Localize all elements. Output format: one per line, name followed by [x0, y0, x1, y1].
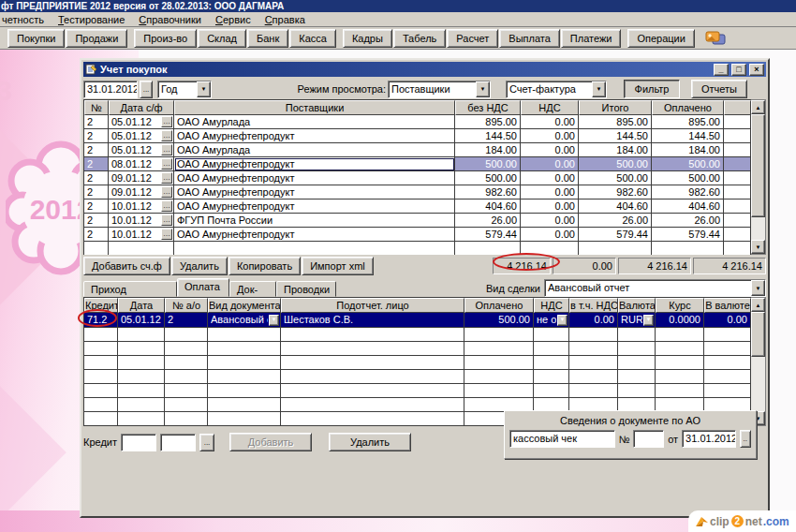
col-date[interactable]: Дата с/ф	[109, 100, 174, 115]
menu-otchetnost[interactable]: четность	[2, 14, 44, 25]
add-invoice-button[interactable]: Добавить сч.ф	[83, 257, 170, 275]
purchases-row-8[interactable]: 210.01.12…ФГУП Почта России26.000.0026.0…	[84, 214, 751, 228]
credit-input-1[interactable]	[121, 434, 156, 451]
close-button[interactable]: ×	[749, 64, 764, 76]
col-net[interactable]: без НДС	[455, 100, 521, 115]
tab-provodki[interactable]: Проводки	[276, 281, 336, 297]
view-mode-select[interactable]: Поставщики ▼	[388, 81, 491, 98]
purchases-row-4[interactable]: 208.01.12…ОАО Амурнефтепродукт500.000.00…	[84, 157, 751, 171]
date-ellipsis-button[interactable]: …	[161, 200, 172, 212]
supplier-cell[interactable]: ОАО Амурнефтепродукт	[174, 171, 455, 185]
date-ellipsis-button[interactable]: …	[161, 186, 172, 198]
date-ellipsis-button[interactable]: …	[161, 144, 172, 155]
maximize-button[interactable]: □	[731, 64, 746, 76]
credit-input-2[interactable]	[160, 434, 196, 451]
toolbar-button-kadry[interactable]: Кадры	[343, 29, 392, 48]
col-paid[interactable]: Оплачено	[652, 100, 724, 115]
payment-row-empty[interactable]	[84, 328, 751, 342]
chevron-down-icon[interactable]: ▼	[197, 81, 211, 97]
toolbar-button-tabel[interactable]: Табель	[393, 29, 446, 48]
col-vat[interactable]: НДС	[521, 100, 579, 115]
date-ellipsis-button[interactable]: …	[161, 214, 172, 226]
date-ellipsis-button[interactable]: …	[161, 158, 172, 170]
supplier-cell[interactable]: ОАО Амурлада	[174, 115, 455, 129]
doc-name-input[interactable]: кассовый чек	[509, 430, 615, 448]
col-date[interactable]: Дата	[118, 298, 165, 313]
date-input[interactable]: 31.01.2012	[83, 81, 138, 98]
supplier-cell[interactable]: ОАО Амурнефтепродукт	[174, 200, 455, 214]
scroll-down-icon[interactable]: ▼	[751, 240, 765, 254]
scroll-up-icon[interactable]: ▲	[751, 100, 765, 114]
payment-row-empty[interactable]	[84, 370, 751, 384]
import-xml-button[interactable]: Импорт xml	[302, 257, 374, 275]
chevron-down-icon[interactable]: ▼	[476, 81, 490, 97]
menu-spravochniki[interactable]: Справочники	[139, 14, 201, 25]
supplier-cell[interactable]: ОАО Амурнефтепродукт	[174, 157, 455, 171]
date-ellipsis-button[interactable]: …	[161, 172, 172, 184]
purchases-row-5[interactable]: 209.01.12…ОАО Амурнефтепродукт500.000.00…	[84, 171, 751, 185]
payment-scrollbar[interactable]: ▲ ▼	[751, 297, 766, 426]
tab-prihod[interactable]: Приход	[83, 281, 177, 297]
purchases-scrollbar[interactable]: ▲ ▼	[751, 99, 766, 255]
toolbar-button-vyplata[interactable]: Выплата	[499, 29, 560, 48]
purchases-row-7[interactable]: 210.01.12…ОАО Амурнефтепродукт404.600.00…	[84, 200, 751, 214]
scroll-thumb[interactable]	[751, 114, 765, 217]
chevron-down-icon[interactable]: ▼	[592, 81, 606, 97]
toolbar-button-bank[interactable]: Банк	[247, 29, 288, 48]
doc-date-picker-button[interactable]: ..	[740, 430, 751, 448]
col-total[interactable]: Итого	[579, 100, 652, 115]
col-currency[interactable]: Валюта	[618, 298, 656, 313]
reports-button[interactable]: Отчеты	[691, 80, 747, 98]
toolbar-button-prodazhi[interactable]: Продажи	[66, 29, 127, 48]
images-icon[interactable]	[701, 29, 730, 48]
date-ellipsis-button[interactable]: …	[161, 130, 172, 141]
col-paid[interactable]: Оплачено	[464, 298, 534, 313]
tab-dok-ty[interactable]: Док-ты	[229, 281, 276, 297]
menu-testirovanie[interactable]: Тестирование	[58, 14, 125, 25]
doc-num-input[interactable]	[633, 430, 664, 448]
tab-oplata[interactable]: Оплата	[177, 278, 229, 297]
col-supplier[interactable]: Поставщики	[174, 100, 455, 115]
toolbar-button-sklad[interactable]: Склад	[198, 29, 246, 48]
chevron-down-icon[interactable]: ▼	[557, 315, 568, 326]
minimize-button[interactable]: _	[714, 64, 729, 76]
purchases-row-empty[interactable]	[84, 242, 751, 255]
payment-row-empty[interactable]	[84, 342, 751, 356]
window-titlebar[interactable]: Учет покупок _ □ ×	[83, 62, 766, 77]
scroll-thumb[interactable]	[751, 312, 765, 357]
period-select[interactable]: Год ▼	[157, 81, 212, 98]
col-n[interactable]: №	[84, 100, 109, 115]
chevron-down-icon[interactable]: ▼	[643, 315, 654, 326]
doc-type-cell[interactable]: Авансовый о▼	[208, 313, 281, 328]
menu-servis[interactable]: Сервис	[215, 14, 251, 25]
col-rate[interactable]: Курс	[656, 298, 704, 313]
doc-type-select[interactable]: Счет-фактура ▼	[506, 81, 607, 98]
currency-cell[interactable]: RUR▼	[618, 313, 656, 328]
purchases-row-3[interactable]: 205.01.12…ОАО Амурлада184.000.00184.0018…	[84, 143, 751, 157]
supplier-cell[interactable]: ОАО Амурнефтепродукт	[174, 228, 455, 242]
payment-row-empty[interactable]	[84, 384, 751, 398]
copy-invoice-button[interactable]: Копировать	[228, 257, 301, 275]
date-picker-button[interactable]: ...	[140, 81, 153, 98]
toolbar-button-platezhi[interactable]: Платежи	[561, 29, 622, 48]
purchases-row-1[interactable]: 205.01.12…ОАО Амурлада895.000.00895.0089…	[84, 115, 751, 129]
toolbar-button-operacii[interactable]: Операции	[627, 29, 694, 48]
chevron-down-icon[interactable]: ▼	[751, 280, 765, 296]
filter-button[interactable]: Фильтр	[624, 80, 680, 98]
watermark-com[interactable]: .com	[763, 515, 789, 528]
supplier-cell[interactable]: ОАО Амурлада	[174, 143, 455, 157]
purchases-row-2[interactable]: 205.01.12…ОАО Амурнефтепродукт144.500.00…	[84, 129, 751, 143]
supplier-cell[interactable]: ФГУП Почта России	[174, 214, 455, 228]
delete-payment-button[interactable]: Удалить	[329, 433, 411, 451]
purchases-row-9[interactable]: 210.01.12…ОАО Амурнефтепродукт579.440.00…	[84, 228, 751, 242]
deal-type-select[interactable]: Авансовый отчет ▼	[544, 279, 766, 297]
toolbar-button-kassa[interactable]: Касса	[289, 29, 336, 48]
col-vat-incl[interactable]: в т.ч. НДС	[569, 298, 618, 313]
col-vat[interactable]: НДС	[534, 298, 569, 313]
col-doc[interactable]: Вид документа	[208, 298, 281, 313]
supplier-cell[interactable]: ОАО Амурнефтепродукт	[174, 129, 455, 143]
toolbar-button-proizvo[interactable]: Произ-во	[134, 29, 197, 48]
payment-row-1[interactable]: 71.205.01.122Авансовый о▼Шестаков С.В.50…	[84, 313, 751, 328]
scroll-up-icon[interactable]: ▲	[751, 298, 765, 312]
purchases-row-6[interactable]: 209.01.12…ОАО Амурнефтепродукт982.600.00…	[84, 185, 751, 200]
